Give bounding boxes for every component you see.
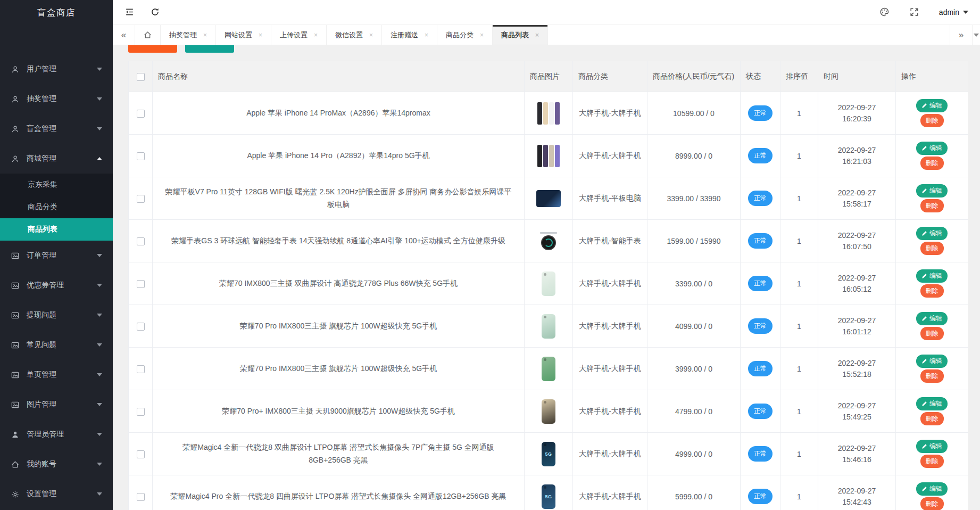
edit-button[interactable]: 编辑 <box>916 227 948 240</box>
product-price: 3399.00 / 0 <box>675 279 712 288</box>
theme-palette-icon[interactable] <box>879 7 890 18</box>
edit-button[interactable]: 编辑 <box>916 312 948 325</box>
chevron-down-icon <box>97 433 102 436</box>
table-row: 荣耀Magic4 全新一代骁龙8 双曲屏设计 LTPO屏幕 潜望式长焦摄像头 7… <box>129 433 968 475</box>
sidebar-item-12[interactable]: 设置管理 <box>0 479 113 509</box>
delete-button[interactable]: 删除 <box>920 284 944 298</box>
product-category: 大牌手机-智能手表 <box>579 236 641 245</box>
fullscreen-icon[interactable] <box>909 7 920 18</box>
sidebar-item-0[interactable]: 用户管理 <box>0 54 113 84</box>
select-all-checkbox[interactable] <box>137 73 145 81</box>
product-category: 大牌手机-大牌手机 <box>579 322 641 330</box>
user-icon <box>11 95 20 104</box>
tab-5[interactable]: 商品分类 × <box>437 25 493 45</box>
sidebar-item-10[interactable]: 管理员管理 <box>0 419 113 449</box>
edit-button[interactable]: 编辑 <box>916 482 948 496</box>
sidebar-item-1[interactable]: 抽奖管理 <box>0 84 113 114</box>
delete-button[interactable]: 删除 <box>920 497 944 510</box>
pencil-icon <box>921 231 927 236</box>
sidebar-item-9[interactable]: 图片管理 <box>0 390 113 419</box>
delete-button[interactable]: 删除 <box>920 199 944 212</box>
sidebar-item-5[interactable]: 优惠券管理 <box>0 270 113 300</box>
sidebar-item-8[interactable]: 单页管理 <box>0 360 113 390</box>
edit-button[interactable]: 编辑 <box>916 184 948 198</box>
sidebar-item-3[interactable]: 商城管理 <box>0 144 113 174</box>
image-icon <box>11 341 20 350</box>
tab-list-dropdown[interactable] <box>972 25 980 45</box>
row-checkbox[interactable] <box>137 323 145 331</box>
sidebar-subitem-0[interactable]: 京东采集 <box>0 174 113 196</box>
tabs-scroll-left-button[interactable]: « <box>113 25 135 45</box>
product-name: 荣耀70 Pro IMX800三主摄 旗舰芯片 100W超级快充 5G手机 <box>240 322 437 330</box>
col-header-category: 商品分类 <box>573 61 647 92</box>
close-icon[interactable]: × <box>480 31 484 39</box>
row-checkbox[interactable] <box>137 365 145 373</box>
product-category: 大牌手机-大牌手机 <box>579 364 641 373</box>
row-checkbox[interactable] <box>137 280 145 288</box>
sidebar-item-11[interactable]: 我的账号 <box>0 449 113 479</box>
sort-value: 1 <box>797 365 801 373</box>
sidebar-subitem-2[interactable]: 商品列表 <box>0 218 113 241</box>
tab-4[interactable]: 注册赠送 × <box>382 25 437 45</box>
row-checkbox[interactable] <box>137 237 145 245</box>
close-icon[interactable]: × <box>314 31 318 39</box>
sidebar-item-2[interactable]: 盲盒管理 <box>0 114 113 144</box>
edit-button[interactable]: 编辑 <box>916 142 948 155</box>
edit-button[interactable]: 编辑 <box>916 269 948 283</box>
tab-3[interactable]: 微信设置 × <box>327 25 382 45</box>
edit-button[interactable]: 编辑 <box>916 397 948 410</box>
sidebar-item-4[interactable]: 订单管理 <box>0 241 113 270</box>
row-time: 15:42:43 <box>818 497 895 508</box>
sidebar-collapse-icon[interactable] <box>124 7 135 18</box>
edit-button[interactable]: 编辑 <box>916 99 948 112</box>
sort-value: 1 <box>797 152 801 160</box>
table-row: 荣耀手表GS 3 环球远航 智能轻奢手表 14天强劲续航 8通道心率AI引擎 1… <box>129 220 968 262</box>
main-content: 商品名称 商品图片 商品分类 商品价格(人民币/元气石) 状态 排序值 时间 操… <box>113 45 980 510</box>
image-icon <box>11 281 20 290</box>
table-row: 荣耀平板V7 Pro 11英寸 128GB WIFI版 曙光蓝 2.5K 120… <box>129 177 968 220</box>
row-checkbox[interactable] <box>137 408 145 416</box>
close-icon[interactable]: × <box>203 31 207 39</box>
delete-button[interactable]: 删除 <box>920 412 944 425</box>
tab-1[interactable]: 网站设置 × <box>216 25 271 45</box>
sidebar-item-6[interactable]: 提现问题 <box>0 300 113 330</box>
tab-2[interactable]: 上传设置 × <box>271 25 327 45</box>
chevron-down-icon <box>97 127 102 130</box>
edit-button[interactable]: 编辑 <box>916 355 948 368</box>
col-header-actions: 操作 <box>896 61 968 92</box>
delete-button[interactable]: 删除 <box>920 114 944 127</box>
row-checkbox[interactable] <box>137 195 145 203</box>
tab-6[interactable]: 商品列表 × <box>493 25 548 45</box>
close-icon[interactable]: × <box>535 31 539 39</box>
tab-home[interactable] <box>135 25 161 45</box>
row-time: 16:21:03 <box>818 156 895 167</box>
product-category: 大牌手机-大牌手机 <box>579 492 641 500</box>
refresh-icon[interactable] <box>150 7 161 18</box>
delete-button[interactable]: 删除 <box>920 242 944 255</box>
row-checkbox[interactable] <box>137 110 145 118</box>
delete-button[interactable]: 删除 <box>920 369 944 383</box>
row-checkbox[interactable] <box>137 493 145 501</box>
sidebar-item-7[interactable]: 常见问题 <box>0 330 113 360</box>
close-icon[interactable]: × <box>425 31 428 39</box>
refresh-list-button[interactable] <box>185 45 234 53</box>
delete-button[interactable]: 删除 <box>920 455 944 468</box>
delete-button[interactable]: 删除 <box>920 157 944 170</box>
pencil-icon <box>921 316 927 322</box>
delete-button[interactable]: 删除 <box>920 327 944 340</box>
user-menu[interactable]: admin <box>939 8 968 17</box>
chevron-up-icon <box>97 157 102 160</box>
tab-0[interactable]: 抽奖管理 × <box>161 25 216 45</box>
row-checkbox[interactable] <box>137 450 145 458</box>
close-icon[interactable]: × <box>259 31 262 39</box>
close-icon[interactable]: × <box>369 31 373 39</box>
edit-button[interactable]: 编辑 <box>916 440 948 453</box>
row-checkbox[interactable] <box>137 152 145 160</box>
product-name: 荣耀70 Pro+ IMX800三主摄 天玑9000旗舰芯片 100W超级快充 … <box>222 407 455 415</box>
add-product-button[interactable] <box>128 45 177 53</box>
sidebar-subitem-1[interactable]: 商品分类 <box>0 196 113 218</box>
image-icon <box>11 400 20 409</box>
product-name: 荣耀Magic4 全新一代骁龙8 双曲屏设计 LTPO屏幕 潜望式长焦摄像头 7… <box>182 443 494 464</box>
tabs-scroll-right-button[interactable]: » <box>950 25 972 45</box>
row-date: 2022-09-27 <box>818 400 895 412</box>
